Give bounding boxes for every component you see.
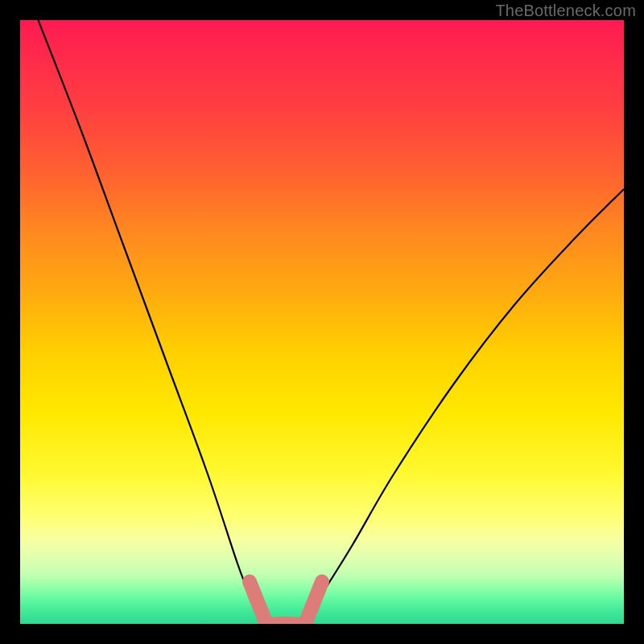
watermark-text: TheBottleneck.com: [495, 2, 636, 20]
left-curve: [39, 20, 268, 624]
chart-frame: TheBottleneck.com: [0, 0, 644, 644]
plot-area: [20, 20, 624, 624]
curve-layer: [20, 20, 624, 624]
valley-marker: [250, 582, 322, 625]
right-curve: [304, 189, 625, 624]
